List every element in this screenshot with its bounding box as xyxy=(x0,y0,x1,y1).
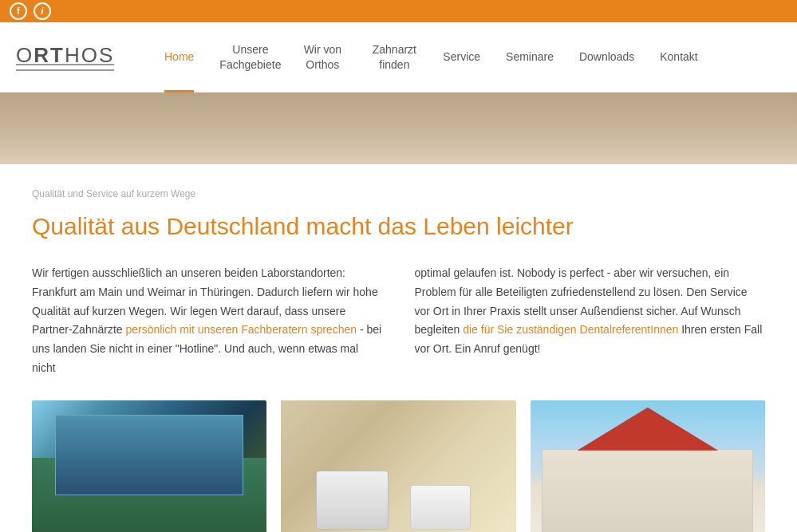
nav-service[interactable]: Service xyxy=(430,22,493,93)
nav-seminare[interactable]: Seminare xyxy=(493,22,566,93)
column-1: Wir fertigen ausschließlich an unseren b… xyxy=(32,264,383,378)
nav-home[interactable]: Home xyxy=(152,22,207,93)
fachberater-link[interactable]: persönlich mit unseren Fachberatern spre… xyxy=(126,323,357,336)
lab-equipment-image xyxy=(281,400,515,532)
column-2: optimal gelaufen ist. Nobody is perfect … xyxy=(415,264,766,378)
main-content: Qualität und Service auf kurzem Wege Qua… xyxy=(0,164,797,532)
social-bar: f i xyxy=(0,0,797,22)
nav-kontakt[interactable]: Kontakt xyxy=(647,22,710,93)
main-heading: Qualität aus Deutschland macht das Leben… xyxy=(32,211,765,242)
logo-text: ORTHOS xyxy=(16,43,114,71)
dentalreferenten-link[interactable]: die für Sie zuständigen DentalreferentIn… xyxy=(463,323,678,336)
building-image-2 xyxy=(531,400,765,532)
building-image-1 xyxy=(32,400,266,532)
nav-zahnarzt-finden[interactable]: Zahnarzt finden xyxy=(358,22,430,93)
nav-wir-von-orthos[interactable]: Wir von Orthos xyxy=(286,22,358,93)
facebook-icon[interactable]: f xyxy=(10,2,27,20)
breadcrumb: Qualität und Service auf kurzem Wege xyxy=(32,188,765,199)
navbar: ORTHOS Home Unsere Fachgebiete Wir von O… xyxy=(0,22,797,93)
nav-fachgebiete[interactable]: Unsere Fachgebiete xyxy=(207,22,286,93)
images-row xyxy=(32,400,765,532)
nav-links: Home Unsere Fachgebiete Wir von Orthos Z… xyxy=(152,22,781,93)
text-columns: Wir fertigen ausschließlich an unseren b… xyxy=(32,264,765,378)
instagram-icon[interactable]: i xyxy=(34,2,51,20)
nav-downloads[interactable]: Downloads xyxy=(566,22,647,93)
hero-image xyxy=(0,93,797,164)
logo[interactable]: ORTHOS xyxy=(16,43,128,71)
